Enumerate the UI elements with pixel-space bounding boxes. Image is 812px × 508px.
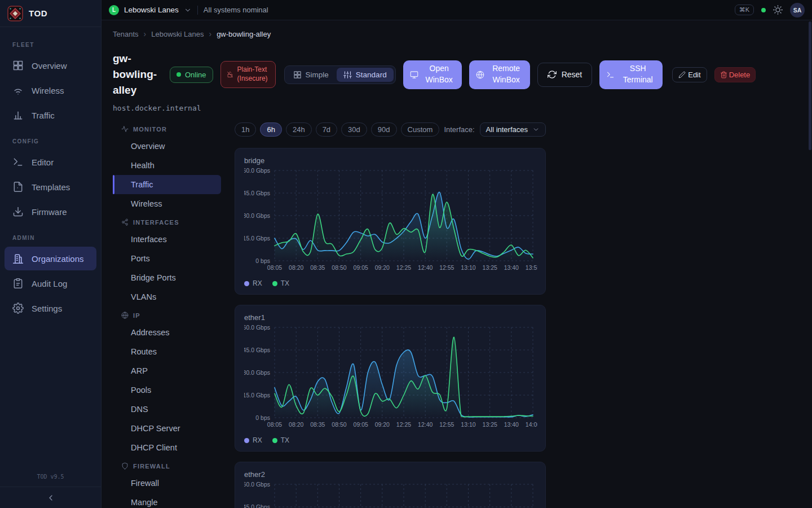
breadcrumb-item-tenants[interactable]: Tenants	[113, 30, 139, 38]
device-nav-item-arp[interactable]: ARP	[113, 361, 221, 380]
svg-text:12:55: 12:55	[439, 264, 454, 271]
sidebar-footer: TOD v9.5	[0, 468, 101, 508]
device-nav-item-routes[interactable]: Routes	[113, 342, 221, 361]
device-nav-item-vlans[interactable]: VLANs	[113, 287, 221, 306]
legend-item-rx[interactable]: RX	[244, 279, 262, 287]
device-nav-item-pools[interactable]: Pools	[113, 380, 221, 400]
svg-text:13:40: 13:40	[504, 421, 519, 428]
device-nav-item-ports[interactable]: Ports	[113, 249, 221, 268]
open-winbox-button[interactable]: Open WinBox	[403, 60, 462, 89]
theme-toggle-sun-icon[interactable]	[773, 5, 783, 15]
time-range-7d[interactable]: 7d	[316, 122, 337, 137]
device-hostname: host.docker.internal	[113, 104, 801, 112]
sidebar-group-label-config: CONFIG	[12, 138, 89, 144]
legend-item-rx[interactable]: RX	[244, 436, 262, 444]
device-nav-item-health[interactable]: Health	[113, 156, 221, 175]
time-range-custom[interactable]: Custom	[401, 122, 440, 137]
svg-text:60.0 Gbps: 60.0 Gbps	[244, 481, 270, 488]
device-nav-item-bridge-ports[interactable]: Bridge Ports	[113, 268, 221, 287]
sidebar-item-label: Wireless	[32, 86, 64, 95]
gear-icon	[12, 303, 24, 314]
device-nav-group-label: INTERFACES	[133, 219, 179, 226]
mode-standard-label: Standard	[356, 71, 387, 79]
lock-off-icon	[227, 71, 233, 78]
svg-text:13:40: 13:40	[504, 264, 519, 271]
chart-plot: 60.0 Gbps45.0 Gbps30.0 Gbps15.0 Gbps0 bp…	[244, 481, 536, 508]
tenant-switcher[interactable]: L Lebowski Lanes	[109, 5, 192, 15]
time-range-1h[interactable]: 1h	[235, 122, 256, 137]
device-nav-item-addresses[interactable]: Addresses	[113, 323, 221, 342]
ssh-terminal-button[interactable]: SSH Terminal	[599, 60, 663, 89]
sidebar-item-firmware[interactable]: Firmware	[5, 200, 96, 224]
delete-label: Delete	[729, 71, 751, 79]
globe-icon	[121, 312, 129, 319]
device-nav-item-dns[interactable]: DNS	[113, 400, 221, 419]
device-section-nav: MONITOROverviewHealthTrafficWirelessINTE…	[113, 120, 221, 508]
sidebar-item-organizations[interactable]: Organizations	[5, 247, 96, 270]
mode-simple-option[interactable]: Simple	[286, 68, 336, 82]
app-version: TOD v9.5	[0, 468, 101, 487]
mode-simple-label: Simple	[306, 71, 329, 79]
sidebar-item-templates[interactable]: Templates	[5, 175, 96, 199]
device-nav-item-interfaces[interactable]: Interfaces	[113, 230, 221, 249]
user-avatar[interactable]: SA	[790, 3, 805, 17]
file-icon	[12, 181, 24, 192]
remote-winbox-label: Remote WinBox	[489, 63, 523, 85]
device-nav-item-mangle[interactable]: Mangle	[113, 493, 221, 508]
interface-select[interactable]: All interfaces	[480, 122, 546, 137]
sidebar-nav: FLEETOverviewWirelessTrafficCONFIGEditor…	[0, 27, 101, 468]
legend-item-tx[interactable]: TX	[272, 436, 289, 444]
wifi-icon	[12, 85, 24, 96]
chart-plot: 60.0 Gbps45.0 Gbps30.0 Gbps15.0 Gbps0 bp…	[244, 167, 536, 275]
sidebar-item-settings[interactable]: Settings	[5, 296, 96, 320]
device-nav-item-dhcp-client[interactable]: DHCP Client	[113, 438, 221, 457]
sidebar-item-label: Organizations	[32, 254, 84, 264]
sidebar-item-wireless[interactable]: Wireless	[5, 78, 96, 102]
sidebar-item-overview[interactable]: Overview	[5, 54, 96, 77]
sidebar-item-audit-log[interactable]: Audit Log	[5, 271, 96, 295]
chart-legend: RXTX	[244, 279, 536, 287]
breadcrumb-item-lebowski-lanes[interactable]: Lebowski Lanes	[151, 30, 204, 38]
device-nav-item-overview[interactable]: Overview	[113, 137, 221, 156]
remote-winbox-button[interactable]: Remote WinBox	[469, 60, 530, 89]
svg-text:13:55: 13:55	[526, 264, 537, 271]
legend-label: RX	[253, 279, 262, 287]
svg-text:15.0 Gbps: 15.0 Gbps	[244, 392, 270, 398]
mode-standard-option[interactable]: Standard	[337, 68, 394, 82]
legend-item-tx[interactable]: TX	[272, 279, 289, 287]
legend-dot-icon	[272, 438, 277, 443]
edit-button[interactable]: Edit	[672, 67, 707, 82]
home-logo-link[interactable]: TOD	[0, 0, 101, 27]
breadcrumb-separator: ›	[144, 29, 147, 38]
time-range-30d[interactable]: 30d	[341, 122, 367, 137]
svg-text:08:05: 08:05	[267, 421, 282, 428]
sidebar-item-traffic[interactable]: Traffic	[5, 103, 96, 127]
chart-legend: RXTX	[244, 436, 536, 444]
device-nav-item-traffic[interactable]: Traffic	[113, 175, 221, 194]
device-nav-item-dhcp-server[interactable]: DHCP Server	[113, 419, 221, 438]
svg-text:09:20: 09:20	[375, 421, 390, 428]
traffic-chart-card-bridge: bridge60.0 Gbps45.0 Gbps30.0 Gbps15.0 Gb…	[235, 148, 546, 295]
svg-text:0 bps: 0 bps	[255, 414, 270, 421]
charts-list: bridge60.0 Gbps45.0 Gbps30.0 Gbps15.0 Gb…	[235, 148, 546, 508]
sidebar-collapse-button[interactable]	[0, 487, 101, 508]
interface-filter: Interface: All interfaces	[444, 122, 546, 137]
sidebar-item-editor[interactable]: Editor	[5, 150, 96, 174]
svg-text:60.0 Gbps: 60.0 Gbps	[244, 324, 270, 331]
device-nav-item-firewall[interactable]: Firewall	[113, 474, 221, 493]
command-palette-shortcut[interactable]: ⌘K	[735, 5, 754, 15]
time-range-6h[interactable]: 6h	[260, 122, 281, 137]
vertical-scrollbar-thumb[interactable]	[809, 21, 811, 150]
chart-svg: 60.0 Gbps45.0 Gbps30.0 Gbps15.0 Gbps0 bp…	[244, 324, 537, 430]
time-range-24h[interactable]: 24h	[286, 122, 312, 137]
reset-button[interactable]: Reset	[537, 63, 593, 87]
svg-text:08:50: 08:50	[332, 421, 346, 428]
delete-button[interactable]: Delete	[714, 67, 756, 82]
activity-icon	[121, 125, 129, 133]
time-range-90d[interactable]: 90d	[371, 122, 397, 137]
main-area: L Lebowski Lanes All systems nominal ⌘K …	[102, 0, 812, 508]
svg-text:12:55: 12:55	[439, 421, 454, 428]
device-nav-group-ip: IP	[113, 306, 221, 323]
device-nav-item-wireless[interactable]: Wireless	[113, 194, 221, 213]
sidebar-item-label: Settings	[32, 304, 62, 313]
